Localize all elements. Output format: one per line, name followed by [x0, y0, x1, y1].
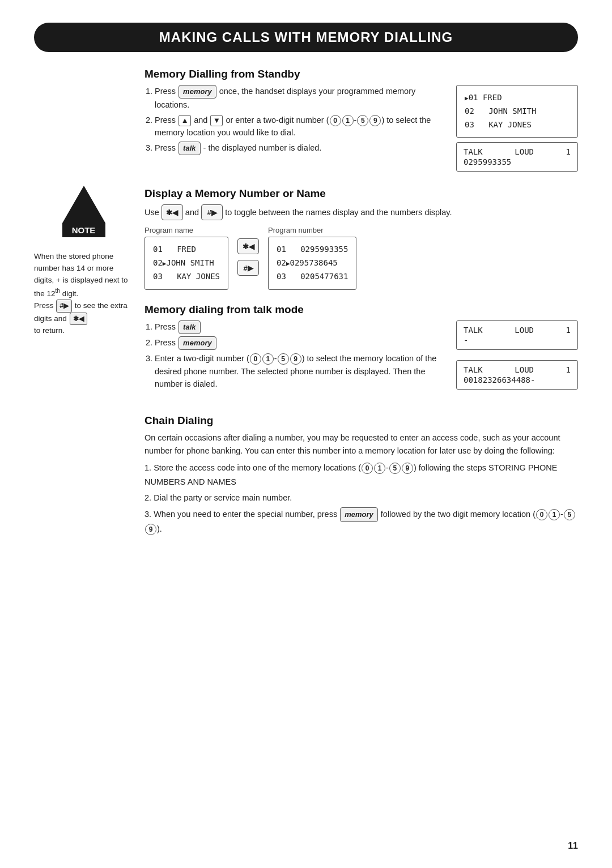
talk-step2-press: Press: [155, 338, 178, 347]
standby-name-row-3: 03 KAY JONES: [465, 118, 570, 132]
note-text-5: to return.: [34, 326, 65, 335]
memory-standby-layout: Press memory once, the handset displays …: [144, 85, 578, 177]
tnum1: 1: [262, 353, 274, 365]
talk-mode-title: Memory dialing from talk mode: [144, 303, 578, 316]
talk-display1-row1: TALK LOUD 1: [464, 326, 571, 335]
talk-mode-displays: TALK LOUD 1 - TALK LOUD 1: [456, 320, 578, 395]
note-sup: th: [56, 288, 60, 294]
middle-icons-col: ✱◀ #▶: [237, 226, 259, 276]
tnum5: 5: [278, 353, 289, 365]
chain3-id: 3.: [144, 510, 154, 519]
talk-mode-steps: Press talk Press memory Enter a two-digi…: [144, 320, 446, 395]
chain2-text: Dial the party or service main number.: [154, 493, 292, 502]
talk-mode-step-1: Press talk: [155, 320, 446, 334]
page: MAKING CALLS WITH MEMORY DIALLING NOTE W…: [0, 0, 612, 868]
note-icon-area: NOTE: [34, 186, 133, 245]
note-label: NOTE: [62, 223, 105, 237]
program-boxes-row: Program name 01 FRED 02JOHN SMITH 03 KAY…: [144, 226, 578, 294]
desc-and: and: [185, 208, 201, 217]
memory-standby-names-box: 01 FRED 02 JOHN SMITH 03 KAY JONES: [456, 85, 578, 138]
chain2-id: 2.: [144, 493, 154, 502]
talk-row-1: TALK LOUD 1: [464, 147, 571, 156]
chain-item-1: 1. Store the access code into one of the…: [144, 461, 578, 489]
chain1-before: Store the access code into one of the me…: [154, 463, 361, 472]
step2-press-label: Press: [155, 116, 176, 125]
note-hash-btn: #▶: [56, 300, 72, 313]
note-text-1: When the stored phone number has 14 or m…: [34, 252, 128, 297]
loud-num: 1: [566, 147, 571, 156]
chain3-before: When you need to enter the special numbe…: [154, 510, 339, 519]
step2-and: and: [194, 116, 210, 125]
standby-name-row-1: 01 FRED: [465, 91, 570, 105]
cdash: -: [386, 463, 389, 472]
talk-display2-row2: 00182326634488-: [464, 375, 571, 384]
sidebar: NOTE When the stored phone number has 14…: [34, 68, 144, 845]
talk-mode-step-2: Press memory: [155, 336, 446, 350]
program-name-col: Program name 01 FRED 02JOHN SMITH 03 KAY…: [144, 226, 228, 294]
tl5: LOUD: [515, 365, 534, 374]
num-row-02: 020295738645: [277, 256, 348, 270]
program-name-label: Program name: [144, 226, 228, 234]
tnum9: 9: [290, 353, 301, 365]
section-chain-dialing: Chain Dialing On certain occasions after…: [144, 414, 578, 538]
talk-step2-btn: memory: [178, 336, 216, 350]
cnum0b: 0: [536, 509, 547, 520]
talk-display2-row1: TALK LOUD 1: [464, 365, 571, 374]
cnum9b: 9: [145, 524, 156, 535]
dash1: -: [354, 116, 357, 125]
page-number: 11: [568, 841, 578, 851]
loud-label: LOUD: [515, 147, 534, 156]
talk-mode-layout: Press talk Press memory Enter a two-digi…: [144, 320, 578, 395]
chain-list: 1. Store the access code into one of the…: [144, 461, 578, 536]
tl2: LOUD: [515, 326, 534, 335]
chain-dialing-title: Chain Dialing: [144, 414, 578, 427]
chain3-memory-btn: memory: [340, 507, 378, 522]
num-row-03: 03 0205477631: [277, 270, 348, 284]
step2-up-btn: ▲: [178, 115, 191, 126]
note-triangle-icon: [62, 186, 105, 223]
tdash: -: [274, 354, 277, 363]
star-arrow-icon-btn: #▶: [201, 204, 223, 220]
num0: 0: [330, 115, 341, 126]
chain-item-2: 2. Dial the party or service main number…: [144, 491, 578, 505]
hash-fwd-icon: #▶: [237, 260, 259, 276]
section-memory-standby-title: Memory Dialling from Standby: [144, 68, 578, 80]
name-row-02: 02JOHN SMITH: [153, 256, 220, 270]
section-memory-standby: Memory Dialling from Standby Press memor…: [144, 68, 578, 177]
note-text: When the stored phone number has 14 or m…: [34, 251, 133, 337]
cdashb: -: [560, 510, 563, 519]
talk-mode-display-2: TALK LOUD 1 00182326634488-: [456, 360, 578, 390]
step1-press-label: Press: [155, 87, 178, 96]
step1-memory-btn: memory: [178, 85, 216, 99]
num-row-01: 01 0295993355: [277, 243, 348, 256]
chain3-after1: followed by the two digit memory locatio…: [379, 510, 536, 519]
cnum1b: 1: [549, 509, 560, 520]
memory-standby-talk-box: TALK LOUD 1 0295993355: [456, 142, 578, 172]
step3-press-label: Press: [155, 143, 178, 152]
step3-talk-btn: talk: [178, 142, 200, 155]
program-name-box: 01 FRED 02JOHN SMITH 03 KAY JONES: [144, 237, 228, 289]
step2-text: or enter a two-digit number (: [226, 116, 329, 125]
step2-down-btn: ▼: [210, 115, 223, 126]
talk-label: TALK: [464, 147, 483, 156]
desc-use: Use: [144, 208, 162, 217]
content-area: Memory Dialling from Standby Press memor…: [144, 68, 578, 845]
cnum5: 5: [389, 463, 401, 474]
cnum1: 1: [374, 463, 385, 474]
chain1-id: 1.: [144, 463, 154, 472]
desc-after: to toggle between the names display and …: [225, 208, 452, 217]
program-number-box: 01 0295993355 020295738645 03 0205477631: [268, 237, 356, 289]
display-memory-desc: Use ✱◀ and #▶ to toggle between the name…: [144, 204, 578, 220]
talk-step1-btn: talk: [178, 320, 200, 334]
name-row-03: 03 KAY JONES: [153, 270, 220, 284]
main-layout: NOTE When the stored phone number has 14…: [34, 68, 578, 845]
talk-number: 0295993355: [464, 157, 571, 166]
note-star-btn: ✱◀: [70, 313, 87, 326]
num5: 5: [357, 115, 368, 126]
memory-standby-display: 01 FRED 02 JOHN SMITH 03 KAY JONES TALK …: [456, 85, 578, 177]
tl6: 1: [566, 365, 571, 374]
page-title: MAKING CALLS WITH MEMORY DIALLING: [34, 23, 578, 52]
cnum0: 0: [362, 463, 373, 474]
chain-item-3: 3. When you need to enter the special nu…: [144, 507, 578, 536]
step3-text: - the displayed number is dialed.: [201, 143, 322, 152]
